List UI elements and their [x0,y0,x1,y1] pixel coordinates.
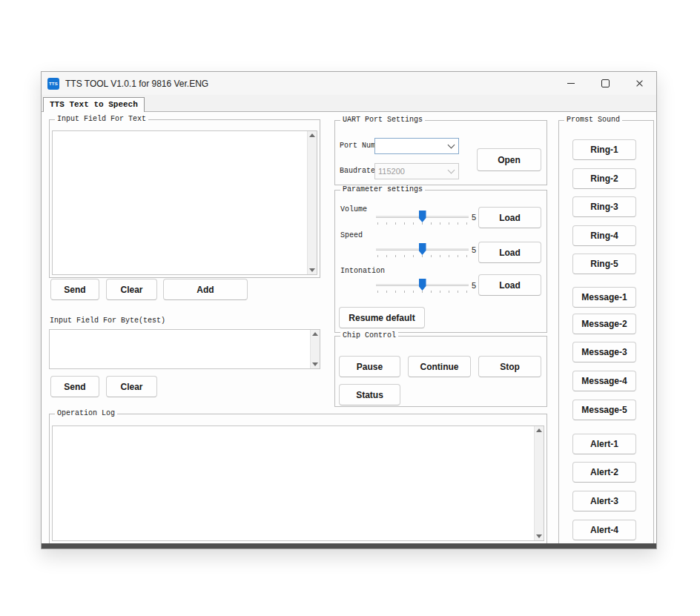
uart-group: UART Port Settings Port Num Open Baudrat… [334,120,547,185]
minimize-button[interactable] [554,72,588,95]
resume-default-button[interactable]: Resume default [339,307,425,328]
operation-log-textarea[interactable] [53,426,534,540]
text-clear-button[interactable]: Clear [106,279,157,300]
operation-log-scrollbar[interactable] [534,426,544,540]
speed-value: 5 [472,245,476,254]
port-num-label: Port Num [340,142,375,150]
ring-1-button[interactable]: Ring-1 [572,139,636,160]
message-2-button[interactable]: Message-2 [572,314,636,334]
speed-label: Speed [340,231,363,239]
tab-strip: TTS Text to Speech [42,95,656,112]
alert-4-button[interactable]: Alert-4 [572,520,636,540]
speed-load-button[interactable]: Load [478,242,541,263]
intonation-value: 5 [472,281,476,290]
port-num-combobox[interactable] [374,138,459,154]
window-bottom-strip [42,543,656,549]
byte-input-scrollbar[interactable] [310,330,320,368]
message-5-button[interactable]: Message-5 [572,400,636,420]
close-icon [635,79,644,87]
app-icon: TTS [47,78,59,90]
chevron-down-icon [448,167,455,174]
ring-3-button[interactable]: Ring-3 [572,196,636,217]
volume-load-button[interactable]: Load [478,207,541,228]
volume-label: Volume [340,205,367,213]
close-button[interactable] [622,72,656,95]
maximize-button[interactable] [588,72,622,95]
text-input-group-label: Input Field For Text [55,115,148,123]
alert-2-button[interactable]: Alert-2 [572,462,636,483]
scroll-up-icon[interactable] [309,133,315,137]
operation-log-box [52,425,544,541]
chevron-down-icon [448,142,455,149]
operation-log-group: Operation Log [49,414,547,544]
ring-5-button[interactable]: Ring-5 [572,254,636,274]
maximize-icon [601,79,610,87]
volume-value: 5 [472,213,476,222]
baudrate-value: 115200 [378,167,405,176]
intonation-slider[interactable] [376,279,469,294]
scroll-up-icon[interactable] [312,332,318,336]
slider-ticks [377,222,469,225]
byte-input-textarea[interactable] [50,330,310,368]
alert-3-button[interactable]: Alert-3 [572,491,636,511]
byte-input-box [49,329,320,369]
operation-log-label: Operation Log [55,409,117,417]
message-1-button[interactable]: Message-1 [572,287,636,308]
desktop: TTS TTS TOOL V1.0.1 for 9816 Ver.ENG TTS… [0,0,700,616]
continue-button[interactable]: Continue [408,356,471,377]
intonation-load-button[interactable]: Load [478,274,541,296]
byte-input-label: Input Field For Byte(test) [50,317,165,325]
text-send-button[interactable]: Send [50,279,99,300]
parameter-group: Parameter settings Volume 5 Load Speed 5… [334,190,547,333]
slider-ticks [377,255,469,257]
scroll-down-icon[interactable] [536,534,542,538]
ring-4-button[interactable]: Ring-4 [572,225,636,246]
byte-send-button[interactable]: Send [50,376,99,397]
text-input-group: Input Field For Text [49,119,320,278]
titlebar: TTS TTS TOOL V1.0.1 for 9816 Ver.ENG [42,72,656,95]
byte-clear-button[interactable]: Clear [106,376,157,397]
ring-2-button[interactable]: Ring-2 [572,168,636,189]
pause-button[interactable]: Pause [339,356,400,377]
parameter-group-label: Parameter settings [340,185,425,193]
minimize-icon [567,83,575,84]
scroll-up-icon[interactable] [536,428,542,432]
slider-thumb[interactable] [419,211,426,222]
prompt-sound-label: Promst Sound [564,116,622,124]
alert-1-button[interactable]: Alert-1 [572,434,636,454]
text-input-box [52,130,317,275]
app-window: TTS TTS TOOL V1.0.1 for 9816 Ver.ENG TTS… [41,71,657,549]
chip-control-group: Chip Control Pause Continue Stop Status [334,336,547,407]
prompt-sound-group: Promst Sound Ring-1 Ring-2 Ring-3 Ring-4… [558,120,654,545]
scroll-down-icon[interactable] [309,268,315,272]
intonation-label: Intonation [340,267,385,275]
baudrate-label: Baudrate [340,167,375,175]
open-button[interactable]: Open [477,148,541,171]
slider-thumb[interactable] [419,243,426,255]
text-input-textarea[interactable] [53,131,307,274]
baudrate-combobox[interactable]: 115200 [374,163,459,179]
message-4-button[interactable]: Message-4 [572,371,636,391]
volume-slider[interactable] [376,211,469,226]
message-3-button[interactable]: Message-3 [572,342,636,362]
slider-thumb[interactable] [419,279,426,291]
text-input-scrollbar[interactable] [307,131,317,274]
window-title: TTS TOOL V1.0.1 for 9816 Ver.ENG [65,79,208,89]
chip-control-label: Chip Control [340,331,398,340]
scroll-down-icon[interactable] [312,362,318,366]
text-add-button[interactable]: Add [163,279,248,300]
slider-ticks [377,291,469,293]
tab-tts-text-to-speech[interactable]: TTS Text to Speech [43,97,145,112]
stop-button[interactable]: Stop [478,356,541,377]
uart-group-label: UART Port Settings [340,116,425,124]
speed-slider[interactable] [376,243,469,259]
window-controls [554,72,656,95]
status-button[interactable]: Status [339,384,400,405]
